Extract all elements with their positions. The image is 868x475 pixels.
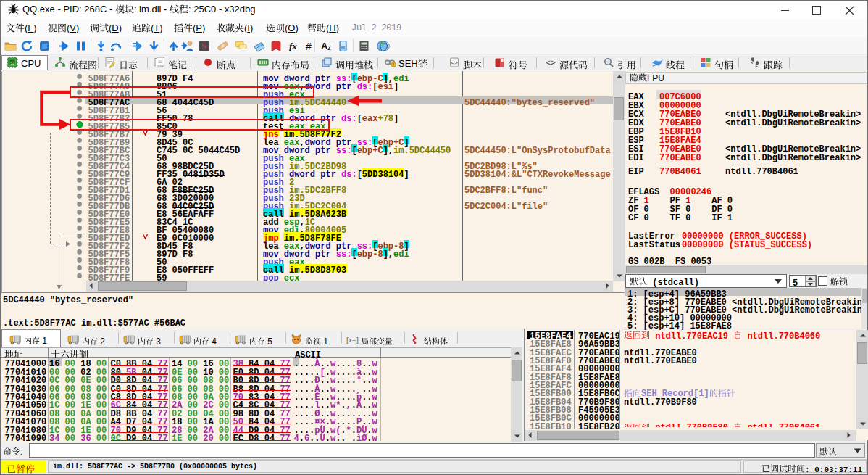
- svg-text:fx: fx: [289, 41, 297, 51]
- svg-text:<>: <>: [451, 59, 458, 66]
- svg-text:<>: <>: [546, 58, 556, 67]
- svg-text:#: #: [306, 41, 312, 52]
- svg-text:32: 32: [10, 61, 14, 65]
- svg-text:S: S: [201, 41, 206, 51]
- svg-text:z: z: [327, 44, 331, 51]
